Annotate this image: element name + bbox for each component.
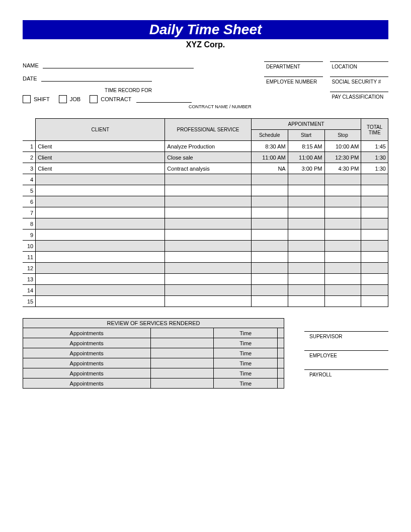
cell-total[interactable] [361, 174, 388, 185]
cell-service[interactable] [165, 274, 251, 285]
cell-stop[interactable] [324, 241, 361, 252]
cell-client[interactable]: Client [36, 141, 165, 152]
cell-stop[interactable] [324, 218, 361, 230]
review-appt-value[interactable] [150, 348, 214, 358]
cell-service[interactable]: Analyze Production [165, 141, 251, 152]
cell-client[interactable] [36, 174, 165, 185]
cell-service[interactable]: Contract analysis [165, 163, 251, 174]
cell-stop[interactable]: 10:00 AM [324, 141, 361, 152]
cell-total[interactable]: 1:30 [361, 152, 388, 163]
cell-total[interactable] [361, 185, 388, 196]
cell-client[interactable] [36, 196, 165, 207]
contract-input-line[interactable] [136, 96, 192, 103]
cell-schedule[interactable] [251, 185, 288, 196]
cell-stop[interactable] [324, 196, 361, 207]
cell-total[interactable] [361, 252, 388, 263]
cell-client[interactable] [36, 241, 165, 252]
cell-start[interactable]: 3:00 PM [288, 163, 324, 174]
cell-stop[interactable] [324, 185, 361, 196]
cell-schedule[interactable] [251, 241, 288, 252]
cell-schedule[interactable] [251, 285, 288, 296]
cell-total[interactable] [361, 296, 388, 307]
cell-service[interactable] [165, 252, 251, 263]
cell-schedule[interactable] [251, 274, 288, 285]
cell-client[interactable] [36, 274, 165, 285]
cell-total[interactable] [361, 241, 388, 252]
cell-total[interactable] [361, 285, 388, 296]
cell-client[interactable]: Client [36, 152, 165, 163]
cell-schedule[interactable]: 8:30 AM [251, 141, 288, 152]
cell-client[interactable] [36, 230, 165, 241]
cell-client[interactable] [36, 285, 165, 296]
cell-stop[interactable] [324, 230, 361, 241]
cell-total[interactable]: 1:30 [361, 163, 388, 174]
cell-stop[interactable] [324, 296, 361, 307]
cell-schedule[interactable]: NA [251, 163, 288, 174]
cell-client[interactable] [36, 296, 165, 307]
cell-start[interactable] [288, 207, 324, 218]
review-appt-value[interactable] [150, 338, 214, 348]
name-input-line[interactable] [43, 61, 194, 68]
cell-schedule[interactable] [251, 263, 288, 274]
cell-client[interactable] [36, 252, 165, 263]
cell-schedule[interactable] [251, 252, 288, 263]
cell-service[interactable] [165, 207, 251, 218]
cell-stop[interactable] [324, 174, 361, 185]
cell-schedule[interactable] [251, 196, 288, 207]
cell-service[interactable] [165, 285, 251, 296]
cell-start[interactable] [288, 241, 324, 252]
cell-total[interactable] [361, 274, 388, 285]
cell-service[interactable] [165, 218, 251, 230]
cell-schedule[interactable]: 11:00 AM [251, 152, 288, 163]
cell-total[interactable] [361, 230, 388, 241]
cell-start[interactable] [288, 285, 324, 296]
cell-client[interactable] [36, 218, 165, 230]
date-input-line[interactable] [41, 74, 152, 82]
cell-service[interactable] [165, 296, 251, 307]
cell-start[interactable]: 11:00 AM [288, 152, 324, 163]
cell-service[interactable] [165, 185, 251, 196]
cell-client[interactable]: Client [36, 163, 165, 174]
review-time-value[interactable] [277, 378, 284, 389]
cell-service[interactable] [165, 241, 251, 252]
cell-start[interactable] [288, 185, 324, 196]
cell-start[interactable]: 8:15 AM [288, 141, 324, 152]
cell-total[interactable] [361, 196, 388, 207]
cell-schedule[interactable] [251, 296, 288, 307]
review-appt-value[interactable] [150, 378, 214, 389]
review-time-value[interactable] [277, 368, 284, 378]
contract-checkbox[interactable]: CONTRACT [90, 95, 192, 103]
cell-total[interactable]: 1:45 [361, 141, 388, 152]
cell-stop[interactable] [324, 263, 361, 274]
cell-total[interactable] [361, 263, 388, 274]
job-checkbox[interactable]: JOB [59, 95, 80, 103]
cell-start[interactable] [288, 218, 324, 230]
cell-start[interactable] [288, 274, 324, 285]
cell-start[interactable] [288, 263, 324, 274]
shift-checkbox[interactable]: SHIFT [23, 95, 50, 103]
cell-start[interactable] [288, 296, 324, 307]
cell-service[interactable] [165, 196, 251, 207]
review-appt-value[interactable] [150, 328, 214, 338]
cell-total[interactable] [361, 218, 388, 230]
review-time-value[interactable] [277, 338, 284, 348]
cell-client[interactable] [36, 207, 165, 218]
cell-stop[interactable] [324, 285, 361, 296]
cell-start[interactable] [288, 174, 324, 185]
cell-service[interactable] [165, 230, 251, 241]
cell-stop[interactable]: 12:30 PM [324, 152, 361, 163]
cell-service[interactable] [165, 263, 251, 274]
cell-client[interactable] [36, 185, 165, 196]
cell-stop[interactable]: 4:30 PM [324, 163, 361, 174]
review-appt-value[interactable] [150, 368, 214, 378]
cell-schedule[interactable] [251, 230, 288, 241]
cell-client[interactable] [36, 263, 165, 274]
cell-stop[interactable] [324, 252, 361, 263]
cell-schedule[interactable] [251, 207, 288, 218]
review-appt-value[interactable] [150, 358, 214, 368]
review-time-value[interactable] [277, 358, 284, 368]
cell-start[interactable] [288, 252, 324, 263]
cell-schedule[interactable] [251, 218, 288, 230]
cell-start[interactable] [288, 230, 324, 241]
cell-stop[interactable] [324, 207, 361, 218]
